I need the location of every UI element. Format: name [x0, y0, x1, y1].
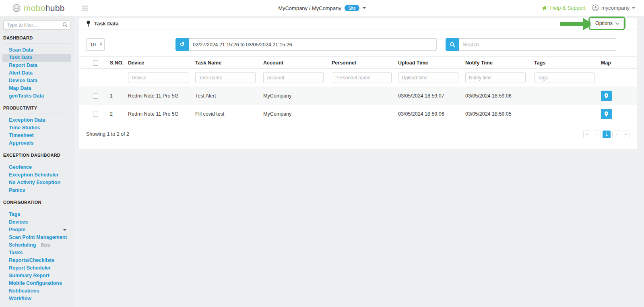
- sidebar-item-workflow[interactable]: Workflow: [2, 295, 71, 303]
- filter-notify-time-input[interactable]: [465, 72, 526, 83]
- cell-task-name: Test Alert: [192, 87, 260, 105]
- sidebar-item-no-activity-exception[interactable]: No Activity Exception: [2, 179, 71, 187]
- chevron-down-icon: [63, 229, 66, 231]
- options-button[interactable]: Options: [590, 19, 623, 28]
- sidebar-item-task-data[interactable]: Task Data: [2, 54, 71, 62]
- sidebar-item-geotasks-data[interactable]: geoTasks Data: [2, 92, 71, 100]
- sidebar-item-device-data[interactable]: Device Data: [2, 77, 71, 85]
- sidebar-item-map-data[interactable]: Map Data: [2, 85, 71, 92]
- sidebar-section-title: DASHBOARD: [3, 35, 70, 40]
- sidebar-item-tags[interactable]: Tags: [2, 211, 71, 218]
- sidebar-item-reports-checklists[interactable]: Reports/Checklists: [2, 257, 71, 264]
- filter-personnel-input[interactable]: [332, 72, 392, 83]
- search-icon: [450, 42, 455, 48]
- map-button[interactable]: [601, 91, 612, 101]
- filter-task-name-input[interactable]: [195, 72, 256, 83]
- breadcrumb[interactable]: MyCompany / MyCompany Site: [278, 5, 366, 11]
- svg-text:m: m: [15, 6, 18, 9]
- task-data-table: S.NO. Device Task Name Account Personnel…: [79, 56, 637, 123]
- column-header-notify-time: Notify Time: [462, 57, 531, 69]
- pagination-page-1-button[interactable]: 1: [603, 131, 611, 138]
- cell-device: Redmi Note 11 Pro 5G: [125, 87, 192, 105]
- filter-tags-input[interactable]: [534, 72, 594, 83]
- sidebar-section-title: EXCEPTION DASHBOARD: [3, 153, 70, 158]
- column-header-account: Account: [260, 57, 328, 69]
- annotation-highlight: Options: [588, 17, 625, 30]
- sidebar: DASHBOARD Scan Data Task Data Report Dat…: [0, 16, 74, 307]
- sidebar-item-devices[interactable]: Devices: [2, 218, 71, 226]
- sidebar-item-tasks[interactable]: Tasks: [2, 249, 71, 257]
- sidebar-item-exception-data[interactable]: Exception Data: [2, 116, 71, 124]
- sidebar-section-title: CONFIGURATION: [3, 200, 70, 205]
- pagination-prev-button[interactable]: ‹: [593, 131, 601, 138]
- sidebar-item-alert-data[interactable]: Alert Data: [2, 69, 71, 77]
- sidebar-item-exception-scheduler[interactable]: Exception Scheduler: [2, 171, 71, 179]
- search-control: [446, 38, 616, 51]
- help-support-link[interactable]: Help & Support: [542, 5, 586, 11]
- date-range-input[interactable]: [189, 38, 437, 51]
- sidebar-item-mobile-configurations[interactable]: Mobile Configurations: [2, 280, 71, 287]
- sidebar-item-report-data[interactable]: Report Data: [2, 62, 71, 69]
- options-label: Options: [595, 21, 613, 26]
- sidebar-item-panics[interactable]: Panics: [2, 187, 71, 194]
- pagination: « ‹ 1 › »: [583, 131, 630, 138]
- account-menu[interactable]: mycompany: [592, 4, 635, 11]
- sidebar-item-scan-point-management[interactable]: Scan Point Management: [2, 234, 71, 241]
- search-button[interactable]: [446, 38, 459, 51]
- pagination-first-button[interactable]: «: [583, 131, 591, 138]
- cell-tags: [531, 87, 598, 105]
- sidebar-filter-input[interactable]: [3, 20, 70, 30]
- sidebar-item-label: People: [9, 227, 25, 232]
- cell-notify-time: 03/05/2024 18:59:06: [462, 87, 531, 105]
- person-icon: [592, 4, 599, 11]
- sidebar-item-timesheet[interactable]: Timesheet: [2, 132, 71, 139]
- search-input[interactable]: [459, 38, 616, 51]
- pin-icon: [86, 21, 91, 27]
- app-logo: m mobohubb: [12, 3, 65, 13]
- map-marker-icon: [604, 111, 609, 117]
- stepper-arrows-icon[interactable]: [100, 42, 102, 46]
- cell-account: MyCompany: [260, 105, 328, 123]
- page-title-bar: Task Data Options: [79, 18, 637, 29]
- map-button[interactable]: [601, 109, 612, 119]
- sidebar-item-time-studies[interactable]: Time Studies: [2, 124, 71, 132]
- site-badge: Site: [345, 5, 359, 11]
- column-header-upload-time: Upload Time: [395, 57, 462, 69]
- sidebar-item-scan-data[interactable]: Scan Data: [2, 46, 71, 54]
- sidebar-item-geofence[interactable]: Geofence: [2, 164, 71, 171]
- sidebar-item-approvals[interactable]: Approvals: [2, 139, 71, 147]
- pagination-next-button[interactable]: ›: [612, 131, 620, 138]
- page-size-control: [86, 38, 105, 51]
- beta-badge: Beta: [41, 243, 50, 247]
- row-checkbox[interactable]: [93, 112, 98, 117]
- account-label: mycompany: [601, 5, 630, 11]
- cell-sno: 2: [107, 105, 125, 123]
- filter-device-input[interactable]: [128, 72, 188, 83]
- cell-device: Redmi Note 11 Pro 5G: [125, 105, 192, 123]
- sidebar-item-people[interactable]: People: [2, 226, 71, 234]
- table-row: 2 Redmi Note 11 Pro 5G Fill covid test M…: [79, 105, 637, 123]
- divider: [3, 208, 70, 208]
- row-checkbox[interactable]: [93, 93, 98, 99]
- sidebar-item-scheduling[interactable]: SchedulingBeta: [2, 241, 71, 249]
- refresh-button[interactable]: ↺: [175, 38, 189, 51]
- divider: [3, 161, 70, 161]
- pagination-last-button[interactable]: »: [622, 131, 630, 138]
- cell-sno: 1: [107, 87, 125, 105]
- logo-text: mobohubb: [24, 3, 65, 13]
- cell-account: MyCompany: [260, 87, 328, 105]
- divider: [3, 114, 70, 114]
- cell-task-name: Fill covid test: [192, 105, 260, 123]
- table-footer: Showing 1 to 2 of 2 « ‹ 1 › »: [79, 123, 637, 149]
- hamburger-icon[interactable]: [82, 4, 88, 12]
- sidebar-item-summary-report[interactable]: Summary Report: [2, 272, 71, 280]
- select-all-checkbox[interactable]: [93, 60, 98, 66]
- filter-account-input[interactable]: [263, 72, 324, 83]
- top-header: m mobohubb MyCompany / MyCompany Site He…: [0, 0, 644, 16]
- date-range-control: ↺: [175, 38, 437, 51]
- filter-upload-time-input[interactable]: [398, 72, 458, 83]
- search-icon: [62, 22, 68, 27]
- sidebar-item-notifications[interactable]: Notifications: [2, 287, 71, 295]
- chevron-down-icon: [363, 7, 366, 9]
- sidebar-item-report-scheduler[interactable]: Report Scheduler: [2, 264, 71, 272]
